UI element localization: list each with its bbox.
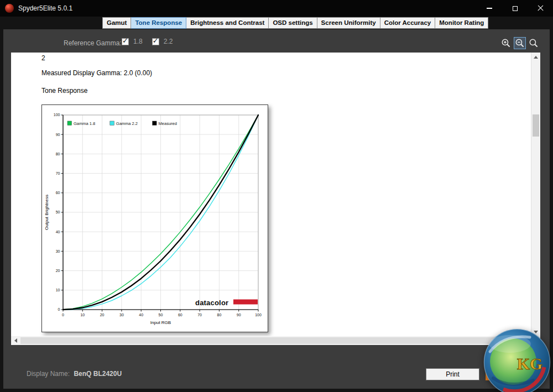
section-title: Tone Response: [41, 87, 87, 95]
tab-bar: GamutTone ResponseBrightness and Contras…: [102, 17, 488, 29]
watermark-text: KG: [517, 354, 543, 373]
svg-text:40: 40: [139, 313, 143, 317]
window-title: Spyder5Elite 5.0.1: [18, 0, 72, 17]
legend-swatch: [153, 121, 157, 126]
svg-text:60: 60: [178, 313, 182, 317]
kitguru-watermark: KG: [482, 327, 552, 392]
arrow-up-icon: [534, 56, 538, 59]
svg-text:0: 0: [62, 313, 64, 317]
legend-swatch: [67, 121, 72, 126]
svg-text:20: 20: [100, 313, 105, 317]
close-icon: [537, 5, 544, 12]
zoom-fit-button[interactable]: [528, 37, 540, 49]
gamma-option-label: 2.2: [164, 38, 173, 45]
svg-text:100: 100: [255, 313, 262, 317]
svg-text:80: 80: [217, 313, 222, 317]
app-icon: [5, 4, 14, 13]
svg-text:40: 40: [56, 230, 60, 234]
scroll-left-button[interactable]: [11, 336, 20, 345]
datacolor-logo: datacolor: [195, 299, 258, 307]
measured-gamma-text: Measured Display Gamma: 2.0 (0.00): [41, 69, 152, 77]
gamma-option-2.2: ✓2.2: [152, 38, 173, 45]
svg-text:70: 70: [197, 313, 202, 317]
zoom-buttons: [500, 37, 540, 49]
svg-text:20: 20: [56, 269, 60, 273]
display-name-value: BenQ BL2420U: [74, 370, 122, 378]
horizontal-scroll-thumb[interactable]: [20, 337, 531, 344]
svg-text:0: 0: [58, 307, 60, 311]
svg-text:100: 100: [54, 113, 60, 117]
reference-gamma-label: Reference Gamma:: [64, 39, 122, 47]
zoom-in-button[interactable]: [500, 37, 512, 49]
checkmark-icon: ✓: [122, 36, 128, 45]
tab-screen-uniformity[interactable]: Screen Uniformity: [317, 17, 380, 29]
svg-text:30: 30: [56, 249, 60, 253]
chart-grid: [63, 115, 258, 310]
scroll-up-button[interactable]: [531, 53, 540, 61]
tab-tone-response[interactable]: Tone Response: [131, 17, 186, 29]
svg-text:80: 80: [56, 152, 60, 156]
tab-color-accuracy[interactable]: Color Accuracy: [380, 17, 436, 29]
gamma-options: ✓1.8✓2.2: [122, 38, 173, 45]
tab-monitor-rating[interactable]: Monitor Rating: [435, 17, 488, 29]
gamma-checkbox-2.2[interactable]: ✓: [152, 38, 159, 45]
vertical-scrollbar[interactable]: [531, 53, 540, 336]
display-name-label: Display Name:: [27, 370, 70, 378]
chart-axes: 0102030405060708090100010203040506070809…: [54, 113, 262, 317]
svg-text:30: 30: [119, 313, 124, 317]
minimize-button[interactable]: [477, 0, 502, 17]
legend-label: Gamma 1.8: [74, 121, 95, 126]
svg-text:90: 90: [237, 313, 241, 317]
chart-canvas: 0102030405060708090100010203040506070809…: [42, 105, 268, 332]
maximize-icon: [513, 6, 518, 11]
maximize-button[interactable]: [502, 0, 528, 17]
horizontal-scrollbar[interactable]: [11, 336, 540, 345]
minimize-icon: [487, 8, 492, 9]
gamma-checkbox-1.8[interactable]: ✓: [122, 38, 129, 45]
display-name: Display Name: BenQ BL2420U: [27, 370, 122, 378]
scrolled-text-fragment: 2: [41, 54, 45, 62]
svg-text:50: 50: [159, 313, 163, 317]
zoom-out-button[interactable]: [514, 37, 526, 49]
legend-label: Measured: [159, 121, 177, 126]
gamma-option-1.8: ✓1.8: [122, 38, 143, 45]
svg-text:datacolor: datacolor: [195, 299, 228, 307]
svg-text:50: 50: [56, 210, 60, 214]
svg-text:10: 10: [80, 313, 85, 317]
svg-text:10: 10: [56, 288, 60, 292]
zoom-out-icon: [515, 38, 525, 48]
legend-swatch: [110, 121, 114, 126]
svg-text:70: 70: [56, 171, 60, 175]
vertical-scroll-thumb[interactable]: [533, 114, 539, 137]
zoom-in-icon: [501, 38, 511, 48]
kitguru-logo-icon: KG: [482, 327, 552, 392]
checkmark-icon: ✓: [153, 36, 159, 45]
arrow-left-icon: [14, 338, 17, 343]
content-panel: 2 Measured Display Gamma: 2.0 (0.00) Ton…: [11, 53, 540, 336]
gamma-option-label: 1.8: [133, 38, 143, 45]
window-close-button[interactable]: [528, 0, 553, 17]
chart-legend: Gamma 1.8Gamma 2.2Measured: [67, 121, 177, 126]
y-axis-label: Output Brightness: [44, 195, 49, 230]
tab-osd-settings[interactable]: OSD settings: [269, 17, 317, 29]
tab-gamut[interactable]: Gamut: [102, 17, 131, 29]
svg-text:90: 90: [56, 133, 60, 137]
title-bar: Spyder5Elite 5.0.1: [0, 0, 553, 17]
svg-text:60: 60: [56, 191, 60, 195]
zoom-fit-icon: [529, 38, 539, 48]
x-axis-label: Input RGB: [150, 320, 171, 325]
legend-label: Gamma 2.2: [116, 121, 138, 126]
tab-brightness-and-contrast[interactable]: Brightness and Contrast: [186, 17, 269, 29]
print-button[interactable]: Print: [426, 368, 479, 380]
tone-response-chart: 0102030405060708090100010203040506070809…: [41, 104, 268, 332]
